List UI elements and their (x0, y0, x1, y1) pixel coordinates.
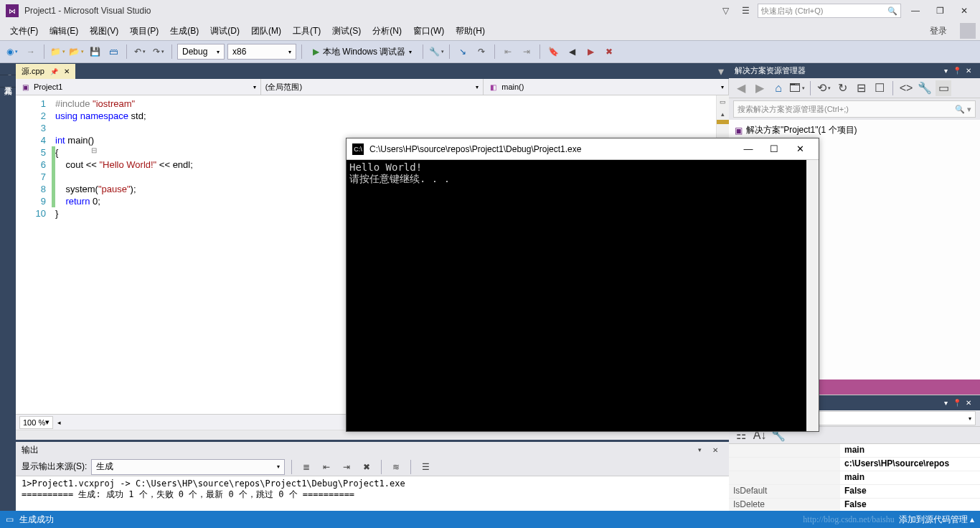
zoom-combo[interactable]: 100 % ▾ (19, 416, 53, 429)
console-title-bar[interactable]: C:\ C:\Users\HP\source\repos\Project1\De… (347, 138, 819, 160)
output-goto-icon[interactable]: ≣ (298, 459, 314, 475)
close-tab-icon[interactable]: ✕ (64, 67, 70, 75)
refresh-icon[interactable]: ↻ (834, 80, 850, 96)
scroll-left-icon[interactable]: ◂ (57, 419, 61, 426)
indent-more-button[interactable]: ⇥ (519, 44, 534, 60)
redo-button[interactable]: ↷ (151, 44, 166, 60)
config-combo[interactable]: Debug (177, 44, 225, 60)
project-scope-combo[interactable]: ▣Project1 (16, 79, 261, 95)
pin-icon[interactable]: 📍 (951, 399, 963, 407)
class-scope-combo[interactable]: (全局范围) (261, 79, 484, 95)
quick-launch-input[interactable]: 快速启动 (Ctrl+Q)🔍 (758, 4, 901, 18)
properties-icon[interactable]: 🔧 (917, 80, 933, 96)
sign-in-link[interactable]: 登录 (923, 23, 954, 39)
menu-item[interactable]: 项目(P) (124, 24, 164, 38)
collapse-icon[interactable]: ⊟ (91, 146, 97, 154)
status-text: 生成成功 (19, 514, 54, 526)
new-project-button[interactable]: 📁 (50, 44, 65, 60)
output-source-combo[interactable]: 生成 (91, 459, 285, 475)
property-row[interactable]: c:\Users\HP\source\repos (729, 458, 980, 471)
pin-icon[interactable]: 📌 (50, 68, 58, 75)
console-maximize-button[interactable]: ☐ (761, 139, 787, 159)
title-bar: ⋈ Project1 - Microsoft Visual Studio ▽ ☰… (0, 0, 980, 22)
menu-item[interactable]: 帮助(H) (450, 24, 491, 38)
panel-close-icon[interactable]: ✕ (963, 67, 974, 75)
step-into-button[interactable]: ↘ (455, 44, 471, 60)
scroll-up-icon[interactable]: ▴ (717, 108, 729, 120)
menu-bar: 文件(F)编辑(E)视图(V)项目(P)生成(B)调试(D)团队(M)工具(T)… (0, 22, 980, 40)
preview-icon[interactable]: ▭ (936, 80, 951, 96)
process-button[interactable]: 🔧 (428, 44, 444, 60)
panel-menu-icon[interactable]: ▾ (940, 399, 951, 407)
console-window[interactable]: C:\ C:\Users\HP\source\repos\Project1\De… (346, 138, 819, 432)
minimize-button[interactable]: — (905, 4, 925, 18)
property-row[interactable]: main (729, 444, 980, 458)
code-view-icon[interactable]: <> (898, 80, 914, 96)
doc-tab-source[interactable]: 源.cpp 📌 ✕ (16, 64, 75, 79)
feedback-icon[interactable]: ☰ (738, 3, 753, 19)
show-all-icon[interactable]: ☐ (872, 80, 887, 96)
back-icon[interactable]: ◀ (733, 80, 749, 96)
output-dropdown-icon[interactable]: ▾ (692, 442, 707, 458)
panel-close-icon[interactable]: ✕ (963, 399, 974, 407)
menu-item[interactable]: 调试(D) (204, 24, 245, 38)
console-close-button[interactable]: ✕ (787, 139, 813, 159)
open-file-button[interactable]: 📂 (68, 44, 84, 60)
avatar-icon[interactable] (960, 23, 976, 39)
server-explorer-tab[interactable]: 服务器资源管理器 (0, 63, 16, 75)
output-text[interactable]: 1>Project1.vcxproj -> C:\Users\HP\source… (16, 476, 729, 515)
split-icon[interactable]: ▭ (717, 95, 729, 108)
notifications-icon[interactable]: ▽ (717, 3, 733, 19)
solution-search-input[interactable]: 搜索解决方案资源管理器(Ctrl+;)🔍 ▾ (733, 100, 976, 118)
menu-item[interactable]: 文件(F) (4, 24, 44, 38)
output-next-icon[interactable]: ⇥ (339, 459, 354, 475)
solution-root[interactable]: ▣ 解决方案"Project1"(1 个项目) (735, 123, 974, 137)
menu-item[interactable]: 生成(B) (164, 24, 204, 38)
forward-icon[interactable]: ▶ (752, 80, 768, 96)
save-button[interactable]: 💾 (87, 44, 103, 60)
sync-icon[interactable]: ⟲ (816, 80, 831, 96)
indent-less-button[interactable]: ⇤ (500, 44, 516, 60)
panel-menu-icon[interactable]: ▾ (940, 67, 951, 75)
bookmark-button[interactable]: 🔖 (545, 44, 561, 60)
close-button[interactable]: ✕ (954, 4, 974, 18)
maximize-button[interactable]: ❐ (930, 4, 950, 18)
solution-explorer-header[interactable]: 解决方案资源管理器 ▾ 📍 ✕ (729, 63, 980, 78)
tab-overflow-icon[interactable]: ▾ (713, 63, 729, 79)
scope-icon[interactable]: 🗔 (789, 80, 805, 96)
output-prev-icon[interactable]: ⇤ (319, 459, 334, 475)
back-button[interactable]: ◉ (4, 44, 20, 60)
toolbox-tab[interactable]: 工具箱 (0, 75, 16, 88)
bookmark-prev-button[interactable]: ◀ (564, 44, 580, 60)
source-control-button[interactable]: 添加到源代码管理 ▴ (899, 514, 974, 526)
collapse-all-icon[interactable]: ⊟ (853, 80, 869, 96)
bookmark-clear-button[interactable]: ✖ (601, 44, 617, 60)
home-icon[interactable]: ⌂ (771, 80, 786, 96)
property-row[interactable]: IsDefaultFalse (729, 485, 980, 499)
step-over-button[interactable]: ↷ (473, 44, 489, 60)
menu-item[interactable]: 编辑(E) (44, 24, 84, 38)
console-output[interactable]: Hello World! 请按任意键继续. . . (347, 160, 806, 431)
forward-button[interactable]: → (23, 44, 39, 60)
console-scrollbar[interactable] (806, 160, 819, 431)
bookmark-next-button[interactable]: ▶ (583, 44, 598, 60)
output-extra-icon[interactable]: ☰ (418, 459, 433, 475)
menu-item[interactable]: 团队(M) (245, 24, 287, 38)
menu-item[interactable]: 测试(S) (326, 24, 367, 38)
console-minimize-button[interactable]: — (735, 139, 761, 159)
save-all-button[interactable]: 🗃 (105, 44, 121, 60)
output-clear-icon[interactable]: ✖ (359, 459, 374, 475)
undo-button[interactable]: ↶ (132, 44, 148, 60)
property-grid[interactable]: mainc:\Users\HP\source\reposmainIsDefaul… (729, 444, 980, 512)
menu-item[interactable]: 视图(V) (84, 24, 124, 38)
menu-item[interactable]: 窗口(W) (407, 24, 450, 38)
menu-item[interactable]: 分析(N) (367, 24, 407, 38)
output-close-icon[interactable]: ✕ (707, 442, 723, 458)
property-row[interactable]: main (729, 471, 980, 485)
platform-combo[interactable]: x86 (227, 44, 296, 60)
start-debug-button[interactable]: ▶本地 Windows 调试器 ▾ (307, 44, 418, 60)
member-scope-combo[interactable]: ◧main() (484, 79, 729, 95)
output-wrap-icon[interactable]: ≋ (388, 459, 404, 475)
pin-icon[interactable]: 📍 (951, 67, 963, 75)
menu-item[interactable]: 工具(T) (287, 24, 326, 38)
